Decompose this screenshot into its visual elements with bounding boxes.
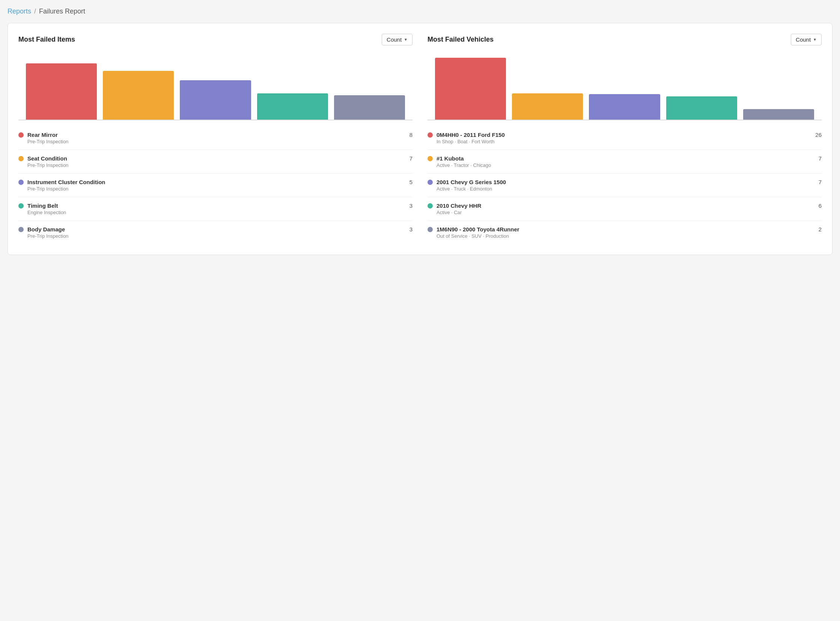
- legend-info: Instrument Cluster Condition Pre-Trip In…: [27, 179, 406, 192]
- bar-1: [512, 93, 583, 120]
- legend-info: Seat Condition Pre-Trip Inspection: [27, 155, 406, 168]
- list-item[interactable]: #1 Kubota Active · Tractor · Chicago 7: [427, 150, 822, 174]
- left-legend-list: Rear Mirror Pre-Trip Inspection 8 Seat C…: [18, 126, 413, 244]
- legend-count: 7: [819, 155, 822, 162]
- legend-count: 7: [819, 179, 822, 185]
- left-bar-chart: [18, 53, 413, 120]
- legend-name: Timing Belt: [27, 203, 406, 209]
- legend-info: 1M6N90 - 2000 Toyota 4Runner Out of Serv…: [436, 226, 815, 239]
- bar-0: [26, 64, 97, 120]
- list-item[interactable]: Rear Mirror Pre-Trip Inspection 8: [18, 126, 413, 150]
- legend-sub: Pre-Trip Inspection: [27, 186, 406, 192]
- legend-dot: [18, 227, 24, 232]
- legend-info: Body Damage Pre-Trip Inspection: [27, 226, 406, 239]
- legend-sub: Active · Car: [436, 210, 815, 215]
- bar-1: [103, 71, 174, 120]
- legend-sub: Out of Service · SUV · Production: [436, 233, 815, 239]
- right-count-dropdown[interactable]: Count ▼: [791, 34, 822, 45]
- legend-sub: In Shop · Boat · Fort Worth: [436, 139, 811, 144]
- bar-2: [589, 94, 660, 120]
- legend-dot: [18, 180, 24, 185]
- legend-dot: [18, 132, 24, 138]
- legend-sub: Pre-Trip Inspection: [27, 139, 406, 144]
- legend-dot: [427, 156, 433, 161]
- bar-0: [435, 58, 506, 120]
- breadcrumb: Reports / Failures Report: [8, 8, 832, 15]
- legend-dot: [18, 156, 24, 161]
- left-count-dropdown[interactable]: Count ▼: [382, 34, 413, 45]
- legend-count: 3: [410, 226, 413, 233]
- legend-name: 2001 Chevy G Series 1500: [436, 179, 815, 185]
- legend-name: Rear Mirror: [27, 132, 406, 138]
- list-item[interactable]: 1M6N90 - 2000 Toyota 4Runner Out of Serv…: [427, 221, 822, 244]
- legend-name: Seat Condition: [27, 155, 406, 162]
- left-chart-section: Most Failed Items Count ▼ Rear Mirror Pr…: [18, 34, 413, 244]
- list-item[interactable]: Instrument Cluster Condition Pre-Trip In…: [18, 174, 413, 197]
- bar-2: [180, 80, 251, 120]
- legend-name: Instrument Cluster Condition: [27, 179, 406, 185]
- legend-dot: [427, 227, 433, 232]
- legend-info: 2001 Chevy G Series 1500 Active · Truck …: [436, 179, 815, 192]
- legend-name: 0M4HH0 - 2011 Ford F150: [436, 132, 811, 138]
- list-item[interactable]: Body Damage Pre-Trip Inspection 3: [18, 221, 413, 244]
- legend-name: Body Damage: [27, 226, 406, 233]
- right-chart-header: Most Failed Vehicles Count ▼: [427, 34, 822, 45]
- left-chart-title: Most Failed Items: [18, 36, 75, 44]
- bar-3: [257, 93, 328, 120]
- legend-info: 0M4HH0 - 2011 Ford F150 In Shop · Boat ·…: [436, 132, 811, 144]
- right-dropdown-label: Count: [796, 36, 811, 43]
- legend-count: 8: [410, 132, 413, 138]
- list-item[interactable]: 2001 Chevy G Series 1500 Active · Truck …: [427, 174, 822, 197]
- legend-sub: Pre-Trip Inspection: [27, 233, 406, 239]
- bar-4: [334, 95, 405, 120]
- legend-sub: Active · Truck · Edmonton: [436, 186, 815, 192]
- right-chart-title: Most Failed Vehicles: [427, 36, 494, 44]
- legend-dot: [427, 180, 433, 185]
- bar-4: [743, 109, 814, 120]
- legend-info: Rear Mirror Pre-Trip Inspection: [27, 132, 406, 144]
- legend-dot: [18, 203, 24, 209]
- legend-name: 1M6N90 - 2000 Toyota 4Runner: [436, 226, 815, 233]
- list-item[interactable]: 2010 Chevy HHR Active · Car 6: [427, 197, 822, 221]
- legend-name: 2010 Chevy HHR: [436, 203, 815, 209]
- legend-sub: Active · Tractor · Chicago: [436, 162, 815, 168]
- legend-count: 3: [410, 203, 413, 209]
- list-item[interactable]: Seat Condition Pre-Trip Inspection 7: [18, 150, 413, 174]
- legend-count: 5: [410, 179, 413, 185]
- legend-count: 2: [819, 226, 822, 233]
- left-dropdown-label: Count: [387, 36, 402, 43]
- breadcrumb-link[interactable]: Reports: [8, 8, 31, 15]
- right-legend-list: 0M4HH0 - 2011 Ford F150 In Shop · Boat ·…: [427, 126, 822, 244]
- legend-info: Timing Belt Engine Inspection: [27, 203, 406, 215]
- main-card: Most Failed Items Count ▼ Rear Mirror Pr…: [8, 23, 832, 255]
- list-item[interactable]: 0M4HH0 - 2011 Ford F150 In Shop · Boat ·…: [427, 126, 822, 150]
- legend-dot: [427, 203, 433, 209]
- bar-3: [666, 96, 737, 120]
- list-item[interactable]: Timing Belt Engine Inspection 3: [18, 197, 413, 221]
- legend-name: #1 Kubota: [436, 155, 815, 162]
- legend-info: 2010 Chevy HHR Active · Car: [436, 203, 815, 215]
- breadcrumb-separator: /: [34, 8, 36, 15]
- legend-dot: [427, 132, 433, 138]
- charts-row: Most Failed Items Count ▼ Rear Mirror Pr…: [18, 34, 822, 244]
- left-dropdown-arrow: ▼: [404, 38, 408, 42]
- legend-count: 7: [410, 155, 413, 162]
- legend-count: 6: [819, 203, 822, 209]
- breadcrumb-current: Failures Report: [39, 8, 85, 15]
- legend-sub: Pre-Trip Inspection: [27, 162, 406, 168]
- right-dropdown-arrow: ▼: [813, 38, 817, 42]
- legend-sub: Engine Inspection: [27, 210, 406, 215]
- left-chart-header: Most Failed Items Count ▼: [18, 34, 413, 45]
- right-chart-section: Most Failed Vehicles Count ▼ 0M4HH0 - 20…: [427, 34, 822, 244]
- legend-count: 26: [815, 132, 822, 138]
- legend-info: #1 Kubota Active · Tractor · Chicago: [436, 155, 815, 168]
- right-bar-chart: [427, 53, 822, 120]
